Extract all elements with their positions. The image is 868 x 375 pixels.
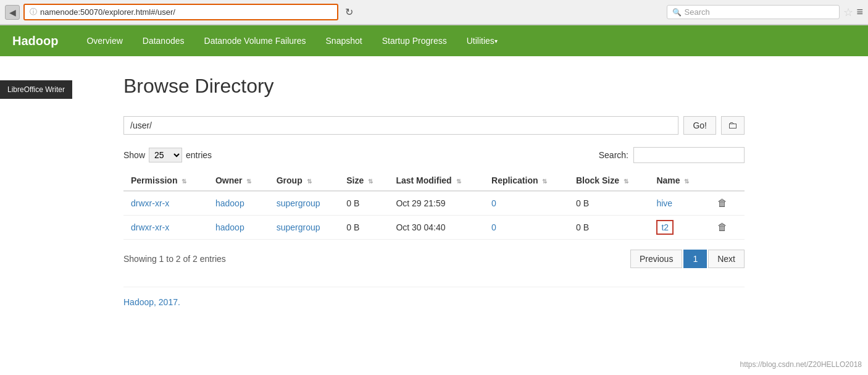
next-button[interactable]: Next [708,250,745,268]
cell-permission: drwxr-xr-x [123,191,208,216]
cell-owner: hadoop [208,216,269,240]
replication-link[interactable]: 0 [491,222,496,232]
navbar-brand[interactable]: Hadoop [12,34,58,48]
col-actions [706,171,745,191]
refresh-button[interactable]: ↻ [342,5,357,20]
col-last-modified[interactable]: Last Modified ⇅ [388,171,484,191]
cell-group: supergroup [269,216,340,240]
table-row: drwxr-xr-x hadoop supergroup 0 B Oct 29 … [123,191,745,216]
directory-table: Permission ⇅ Owner ⇅ Group ⇅ Size ⇅ Last… [123,171,745,240]
navbar-items: Overview Datanodes Datanode Volume Failu… [77,25,507,56]
delete-button[interactable]: 🗑 [714,221,731,234]
table-controls: Show 25 10 50 100 entries Search: [123,147,745,163]
go-button[interactable]: Go! [683,116,716,135]
show-entries: Show 25 10 50 100 entries [123,148,212,162]
group-link[interactable]: supergroup [277,198,320,208]
navbar: Hadoop Overview Datanodes Datanode Volum… [0,25,868,56]
nav-datanodes[interactable]: Datanodes [133,25,194,56]
col-block-size[interactable]: Block Size ⇅ [569,171,649,191]
permission-link[interactable]: drwxr-xr-x [131,222,169,232]
path-bar: Go! 🗀 [123,116,745,135]
page-footer: Hadoop, 2017. [123,287,745,307]
sort-block-size: ⇅ [624,178,628,185]
entries-select[interactable]: 25 10 50 100 [149,148,182,162]
sort-name: ⇅ [684,178,689,185]
sort-owner: ⇅ [246,178,251,185]
cell-delete: 🗑 [706,216,745,240]
cell-replication: 0 [484,191,569,216]
url-bar[interactable]: ⓘ namenode:50070/explorer.html#/user/ [23,4,338,20]
cell-size: 0 B [339,191,388,216]
main-content: Browse Directory Go! 🗀 Show 25 10 50 100… [0,56,868,326]
footer-link[interactable]: Hadoop, 2017. [123,297,180,307]
previous-button[interactable]: Previous [630,250,682,268]
cell-last-modified: Oct 29 21:59 [388,191,484,216]
table-search-input[interactable] [633,147,745,163]
col-group[interactable]: Group ⇅ [269,171,340,191]
page-title: Browse Directory [123,75,745,98]
browser-toolbar: ◀ ⓘ namenode:50070/explorer.html#/user/ … [0,0,868,25]
cell-size: 0 B [339,216,388,240]
sort-last-modified: ⇅ [456,178,461,185]
col-replication[interactable]: Replication ⇅ [484,171,569,191]
cell-delete: 🗑 [706,191,745,216]
delete-button[interactable]: 🗑 [714,196,731,210]
replication-link[interactable]: 0 [491,198,496,208]
nav-snapshot[interactable]: Snapshot [316,25,372,56]
name-link[interactable]: t2 [661,222,669,232]
owner-link[interactable]: hadoop [215,198,244,208]
col-permission[interactable]: Permission ⇅ [123,171,208,191]
search-control: Search: [599,147,745,163]
name-link[interactable]: hive [656,198,672,208]
cell-replication: 0 [484,216,569,240]
pagination: Previous 1 Next [630,250,745,268]
show-label: Show [123,150,145,160]
col-owner[interactable]: Owner ⇅ [208,171,269,191]
browser-search-bar[interactable]: 🔍 Search [667,5,840,19]
folder-button[interactable]: 🗀 [721,116,745,135]
menu-button[interactable]: ≡ [857,6,864,19]
nav-overview[interactable]: Overview [77,25,132,56]
taskbar-libreoffice[interactable]: LibreOffice Writer [0,80,72,99]
col-name[interactable]: Name ⇅ [649,171,706,191]
col-size[interactable]: Size ⇅ [339,171,388,191]
sort-permission: ⇅ [182,178,186,185]
cell-name: t2 [649,216,706,240]
back-button[interactable]: ◀ [5,5,20,20]
info-icon: ⓘ [30,7,37,17]
permission-link[interactable]: drwxr-xr-x [131,198,169,208]
cell-permission: drwxr-xr-x [123,216,208,240]
browser-chrome: ◀ ⓘ namenode:50070/explorer.html#/user/ … [0,0,868,25]
bookmark-button[interactable]: ☆ [843,6,853,19]
cell-group: supergroup [269,191,340,216]
cell-block-size: 0 B [569,216,649,240]
page-1-button[interactable]: 1 [683,250,707,268]
cell-name: hive [649,191,706,216]
cell-owner: hadoop [208,191,269,216]
nav-datanode-volume-failures[interactable]: Datanode Volume Failures [194,25,316,56]
search-label: Search: [599,150,628,160]
entries-label: entries [186,150,212,160]
group-link[interactable]: supergroup [277,222,320,232]
sort-group: ⇅ [307,178,312,185]
taskbar: LibreOffice Writer [0,80,72,99]
owner-link[interactable]: hadoop [215,222,244,232]
folder-icon: 🗀 [728,120,738,130]
table-footer: Showing 1 to 2 of 2 entries Previous 1 N… [123,250,745,268]
entries-info: Showing 1 to 2 of 2 entries [123,254,226,264]
search-icon: 🔍 [672,8,682,17]
sort-replication: ⇅ [542,178,547,185]
table-row: drwxr-xr-x hadoop supergroup 0 B Oct 30 … [123,216,745,240]
cell-last-modified: Oct 30 04:40 [388,216,484,240]
cell-block-size: 0 B [569,191,649,216]
nav-startup-progress[interactable]: Startup Progress [372,25,457,56]
path-input[interactable] [123,116,678,135]
search-placeholder: Search [685,7,710,17]
sort-size: ⇅ [368,178,373,185]
url-text: namenode:50070/explorer.html#/user/ [40,7,175,17]
nav-utilities[interactable]: Utilities [457,25,507,56]
